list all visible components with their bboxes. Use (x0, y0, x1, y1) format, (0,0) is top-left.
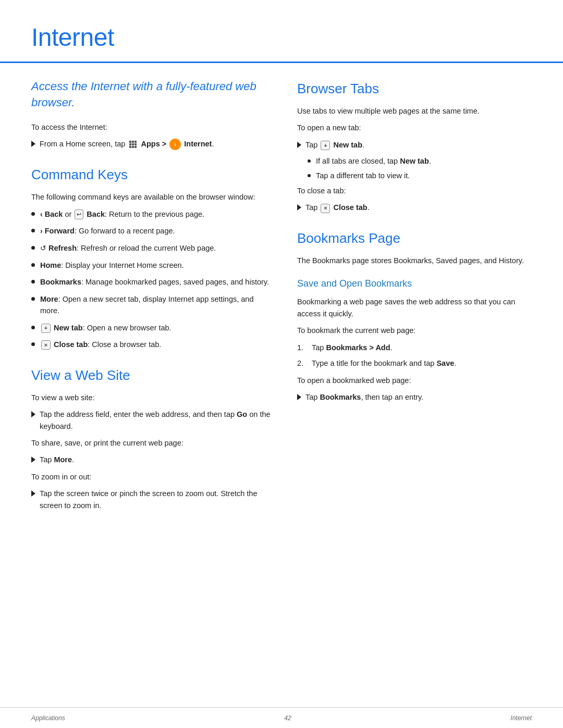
bullet-dot (31, 263, 35, 267)
open-bookmarked-intro: To open a bookmarked web page: (297, 375, 532, 386)
access-step: From a Home screen, tap (31, 138, 271, 150)
svg-rect-2 (134, 141, 137, 143)
refresh-icon: ↺ (40, 244, 46, 252)
sub-bullet-dot (308, 159, 311, 163)
close-tab-icon: × (41, 340, 51, 350)
view-intro: To view a web site: (31, 392, 271, 403)
x-icon: × (321, 204, 330, 213)
close-tab-intro: To close a tab: (297, 185, 532, 196)
arrow-icon (31, 141, 35, 147)
list-item: › Forward: Go forward to a recent page. (31, 225, 271, 237)
close-tab-step: Tap × Close tab. (297, 202, 532, 213)
page-title: Internet (31, 19, 532, 56)
new-tab-sub-list: If all tabs are closed, tap New tab. Tap… (308, 156, 532, 182)
svg-rect-1 (132, 141, 134, 143)
view-web-site-heading: View a Web Site (31, 365, 271, 386)
svg-text:i: i (175, 142, 176, 147)
footer-left: Applications (31, 713, 65, 723)
arrow-icon (31, 456, 35, 463)
left-column: Access the Internet with a fully-feature… (31, 79, 271, 516)
list-item: ‹ Back or ↩ Back: Return to the previous… (31, 208, 271, 220)
view-step3: Tap the screen twice or pinch the screen… (31, 488, 271, 511)
list-item: If all tabs are closed, tap New tab. (308, 156, 532, 167)
new-tab-step: Tap + New tab. (297, 139, 532, 151)
command-keys-intro: The following command keys are available… (31, 191, 271, 203)
open-tab-intro: To open a new tab: (297, 122, 532, 133)
browser-tabs-heading: Browser Tabs (297, 79, 532, 99)
list-item: Tap a different tab to view it. (308, 170, 532, 182)
view-step1: Tap the address field, enter the web add… (31, 409, 271, 432)
bullet-dot (31, 229, 35, 232)
bullet-dot (31, 297, 35, 301)
list-item: × Close tab: Close a browser tab. (31, 339, 271, 350)
content-area: Access the Internet with a fully-feature… (0, 79, 563, 516)
list-item: 2. Type a title for the bookmark and tap… (297, 357, 532, 369)
arrow-icon (31, 490, 35, 497)
access-intro: To access the Internet: (31, 121, 271, 133)
bullet-dot (31, 246, 35, 250)
save-open-intro: Bookmarking a web page saves the web add… (297, 296, 532, 319)
bullet-dot (31, 342, 35, 346)
apps-icon (128, 140, 138, 149)
save-open-subheading: Save and Open Bookmarks (297, 277, 532, 291)
new-tab-icon: + (41, 324, 51, 333)
bullet-dot (31, 212, 35, 216)
open-bookmark-step: Tap Bookmarks, then tap an entry. (297, 391, 532, 403)
header-divider (0, 61, 563, 63)
arrow-icon (297, 394, 301, 400)
page-container: Internet Access the Internet with a full… (0, 0, 563, 728)
view-step2: Tap More. (31, 454, 271, 465)
svg-rect-4 (132, 143, 134, 145)
intro-italic: Access the Internet with a fully-feature… (31, 79, 271, 111)
list-item: ↺ Refresh: Refresh or reload the current… (31, 242, 271, 254)
svg-rect-8 (134, 146, 137, 148)
bookmark-steps-list: 1. Tap Bookmarks > Add. 2. Type a title … (297, 342, 532, 369)
list-item: + New tab: Open a new browser tab. (31, 322, 271, 334)
arrow-icon (297, 142, 301, 148)
footer-center: 42 (284, 713, 291, 723)
list-item: More: Open a new secret tab, display Int… (31, 293, 271, 317)
arrow-icon (31, 411, 35, 417)
page-header: Internet (0, 0, 563, 56)
browser-tabs-intro: Use tabs to view multiple web pages at t… (297, 105, 532, 117)
bullet-dot (31, 326, 35, 329)
svg-rect-3 (129, 143, 131, 145)
bookmarks-intro: The Bookmarks page stores Bookmarks, Sav… (297, 255, 532, 266)
share-intro: To share, save, or print the current web… (31, 437, 271, 449)
list-item: 1. Tap Bookmarks > Add. (297, 342, 532, 353)
svg-rect-5 (134, 143, 137, 145)
right-column: Browser Tabs Use tabs to view multiple w… (297, 79, 532, 516)
command-keys-list: ‹ Back or ↩ Back: Return to the previous… (31, 208, 271, 351)
plus-icon: + (321, 141, 330, 150)
list-item: Bookmarks: Manage bookmarked pages, save… (31, 276, 271, 288)
page-footer: Applications 42 Internet (0, 707, 563, 728)
arrow-icon (297, 204, 301, 211)
zoom-intro: To zoom in or out: (31, 471, 271, 483)
bullet-dot (31, 280, 35, 283)
sub-bullet-dot (308, 174, 311, 177)
bookmarks-page-heading: Bookmarks Page (297, 228, 532, 249)
svg-rect-6 (129, 146, 131, 148)
footer-right: Internet (510, 713, 532, 723)
bookmark-current-intro: To bookmark the current web page: (297, 325, 532, 336)
internet-app-icon: i (169, 139, 181, 150)
back-icon: ↩ (75, 209, 83, 219)
svg-rect-7 (132, 146, 134, 148)
list-item: Home: Display your Internet Home screen. (31, 260, 271, 271)
svg-rect-0 (129, 141, 131, 143)
command-keys-heading: Command Keys (31, 165, 271, 185)
